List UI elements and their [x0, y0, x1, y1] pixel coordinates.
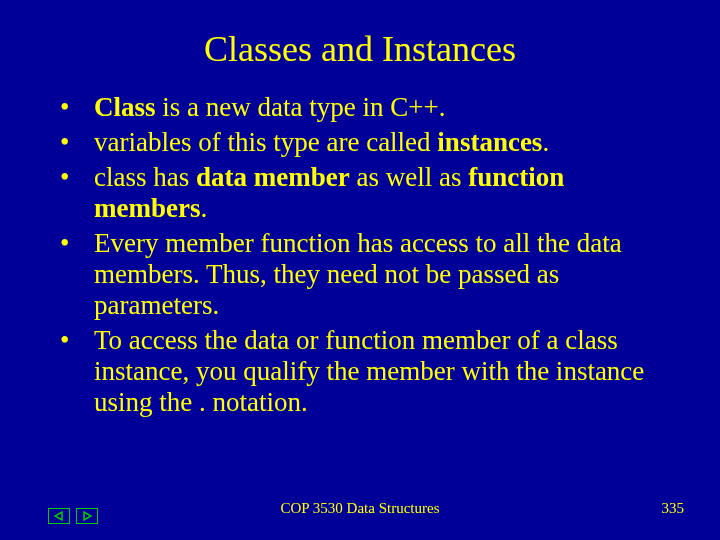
slide-title: Classes and Instances	[40, 28, 680, 70]
bullet-item: To access the data or function member of…	[60, 325, 680, 418]
bullet-item: class has data member as well as functio…	[60, 162, 680, 224]
bullet-item: variables of this type are called instan…	[60, 127, 680, 158]
bullet-text: .	[200, 193, 207, 223]
bullet-list: Class is a new data type in C++. variabl…	[40, 92, 680, 418]
bullet-text: Every member function has access to all …	[94, 228, 622, 320]
bullet-text: class has	[94, 162, 196, 192]
footer-course: COP 3530 Data Structures	[0, 500, 720, 517]
bullet-item: Class is a new data type in C++.	[60, 92, 680, 123]
bullet-text: .	[542, 127, 549, 157]
bullet-text: is a new data type in C++.	[156, 92, 446, 122]
bullet-text-bold: Class	[94, 92, 156, 122]
bullet-text-bold: instances	[437, 127, 542, 157]
footer-page-number: 335	[662, 500, 685, 517]
bullet-text: To access the data or function member of…	[94, 325, 644, 417]
bullet-text: as well as	[350, 162, 468, 192]
slide: Classes and Instances Class is a new dat…	[0, 0, 720, 540]
bullet-text: variables of this type are called	[94, 127, 437, 157]
bullet-text-bold: data member	[196, 162, 350, 192]
footer: COP 3530 Data Structures 335	[0, 500, 720, 524]
bullet-item: Every member function has access to all …	[60, 228, 680, 321]
